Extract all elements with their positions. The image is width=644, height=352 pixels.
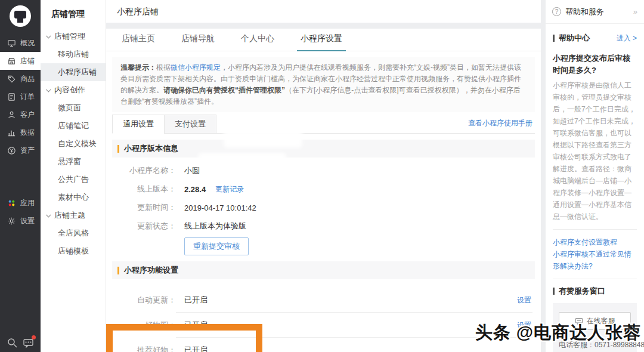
sidebar-item-apps[interactable]: 应用 [0, 194, 41, 212]
sidebar-item-label: 订单 [20, 92, 35, 102]
settings-link[interactable]: 设置 [517, 295, 531, 305]
tab-payment-settings[interactable]: 支付设置 [164, 115, 216, 134]
field-online-version: 线上版本： 2.28.4 更新记录 [106, 184, 541, 194]
manual-link[interactable]: 查看小程序使用手册 [468, 118, 532, 128]
sidebar-item-store-template[interactable]: 店铺模板 [41, 242, 106, 260]
sidebar-item-settings[interactable]: 设置 [0, 212, 41, 230]
sidebar-item-label: 设置 [20, 216, 35, 226]
notification-dot [32, 335, 36, 339]
asset-icon [7, 146, 16, 155]
notice-bold-text: 请确保你已向有赞授权“插件管理权限” [163, 86, 285, 94]
customer-icon [7, 110, 16, 119]
secondary-sidebar: 店铺管理 店铺管理 移动店铺 小程序店铺 内容创作 微页面 店铺笔记 自定义模块… [41, 0, 106, 352]
section-title: 小程序版本信息 [124, 143, 178, 154]
main-content: 小程序店铺 店铺主页 店铺导航 个人中心 小程序设置 温馨提示：根据微信小程序规… [106, 0, 541, 352]
sidebar-item-label: 内容创作 [54, 81, 85, 99]
field-update-status: 更新状态： 线上版本为体验版 [106, 221, 541, 231]
chevron-down-icon [46, 87, 51, 92]
field-label: 小程序名称： [106, 165, 176, 176]
apps-icon [7, 199, 16, 208]
sidebar-item-material-center[interactable]: 素材中心 [41, 189, 106, 206]
field-label: 推荐好物： [106, 345, 176, 352]
help-panel-header: ? 帮助和服务 » [546, 0, 644, 24]
sidebar-item-store-style[interactable]: 全店风格 [41, 224, 106, 242]
sidebar-item-assets[interactable]: 资产 [0, 141, 41, 159]
enter-link[interactable]: 进入 > [617, 33, 637, 44]
sidebar-item-label: 商品 [20, 74, 35, 84]
sidebar-section-title: 店铺管理 [41, 0, 106, 27]
sidebar-item-label: 应用 [20, 198, 35, 208]
tab-general-settings[interactable]: 通用设置 [112, 115, 165, 134]
avatar[interactable] [10, 5, 31, 27]
chevron-down-icon [46, 33, 51, 38]
collapse-panel-icon[interactable]: » [633, 7, 637, 16]
tab-miniprogram-settings[interactable]: 小程序设置 [301, 33, 342, 51]
section-bar [117, 267, 119, 274]
sidebar-item-public-ads[interactable]: 公共广告 [41, 171, 106, 189]
sidebar-item-customers[interactable]: 客户 [0, 106, 41, 123]
row-auto-update: 自动更新： 已开启 设置 [106, 288, 541, 313]
field-update-time: 更新时间： 2019-04-17 10:01:42 [106, 202, 541, 213]
dashboard-icon [7, 39, 16, 48]
section-function-settings: 小程序功能设置 [112, 261, 535, 279]
faq-answer: 小程序审核是由微信人工审核的，管理员提交审核后，一般7个工作日完成，如超过7个工… [553, 79, 637, 223]
sidebar-item-goods[interactable]: 商品 [0, 70, 41, 88]
data-chart-icon [7, 128, 16, 137]
divider [553, 279, 637, 279]
sidebar-item-data[interactable]: 数据 [0, 123, 41, 141]
wechat-rules-link[interactable]: 微信小程序规定 [171, 63, 221, 72]
sidebar-item-micro-page[interactable]: 微页面 [41, 99, 106, 117]
payment-tutorial-link[interactable]: 小程序支付设置教程 [553, 236, 637, 248]
chevron-down-icon [46, 212, 51, 217]
sidebar-item-overview[interactable]: 概况 [0, 34, 41, 52]
sidebar-item-miniprogram-store[interactable]: 小程序店铺 [41, 63, 106, 81]
section-bar [117, 145, 119, 153]
sidebar-group-content-creation[interactable]: 内容创作 [41, 81, 106, 99]
field-value: 2019-04-17 10:01:42 [184, 203, 256, 212]
help-panel-title: 帮助和服务 [565, 7, 629, 17]
sidebar-item-store[interactable]: 店铺 [0, 52, 41, 70]
page-title: 小程序店铺 [106, 0, 541, 23]
help-panel: ? 帮助和服务 » 帮助中心 进入 > 小程序提交发布后审核时间是多久? 小程序… [546, 0, 644, 352]
sidebar-item-label: 数据 [20, 128, 35, 138]
help-center-title: 帮助中心 [553, 33, 590, 44]
tab-store-home[interactable]: 店铺主页 [122, 33, 155, 51]
help-center-row: 帮助中心 进入 > [553, 33, 637, 44]
sidebar-item-label: 概况 [20, 38, 35, 48]
notice-text: 根据 [156, 63, 171, 72]
notice-banner: 温馨提示：根据微信小程序规定，小程序内若涉及为用户提供在线观看视频服务，则需要补… [112, 57, 535, 112]
sidebar-item-mobile-store[interactable]: 移动店铺 [41, 45, 106, 63]
service-window-title: 有赞服务窗口 [553, 286, 605, 297]
tab-store-nav[interactable]: 店铺导航 [181, 33, 215, 51]
review-fail-solutions-link[interactable]: 小程序审核不通过常见情形解决办法? [553, 248, 637, 272]
update-history-link[interactable]: 更新记录 [215, 184, 244, 194]
watermark: 头条 @电商达人张蓉 [475, 321, 641, 345]
sidebar-item-label: 店铺主题 [54, 206, 85, 224]
divider [553, 229, 637, 230]
field-label: 自动更新： [106, 295, 176, 305]
chat-icon[interactable] [23, 337, 34, 348]
section-title: 小程序功能设置 [124, 265, 178, 276]
sidebar-item-custom-module[interactable]: 自定义模块 [41, 135, 106, 153]
sidebar-group-store-theme[interactable]: 店铺主题 [41, 206, 106, 224]
field-value: 2.28.4 [184, 185, 206, 194]
sidebar-item-orders[interactable]: 订单 [0, 88, 41, 106]
resubmit-review-button[interactable]: 重新提交审核 [184, 237, 249, 255]
order-icon [7, 92, 16, 101]
gear-icon [7, 217, 16, 226]
field-value: 已开启 [184, 345, 208, 352]
field-value: 线上版本为体验版 [184, 221, 246, 231]
sidebar-item-floating-window[interactable]: 悬浮窗 [41, 153, 106, 171]
tab-personal-center[interactable]: 个人中心 [241, 33, 274, 51]
store-icon [7, 57, 16, 66]
sidebar-item-store-notes[interactable]: 店铺笔记 [41, 117, 106, 135]
field-value: 小圆 [184, 165, 200, 176]
service-window-row: 有赞服务窗口 [553, 286, 637, 297]
sidebar-group-store-management[interactable]: 店铺管理 [41, 27, 106, 45]
field-label: 更新状态： [106, 221, 176, 231]
search-icon[interactable] [7, 337, 18, 348]
question-circle-icon: ? [552, 7, 561, 16]
sidebar-spacer [0, 159, 41, 194]
sidebar-item-label: 资产 [20, 146, 35, 156]
page-tabs: 店铺主页 店铺导航 个人中心 小程序设置 [106, 29, 541, 51]
